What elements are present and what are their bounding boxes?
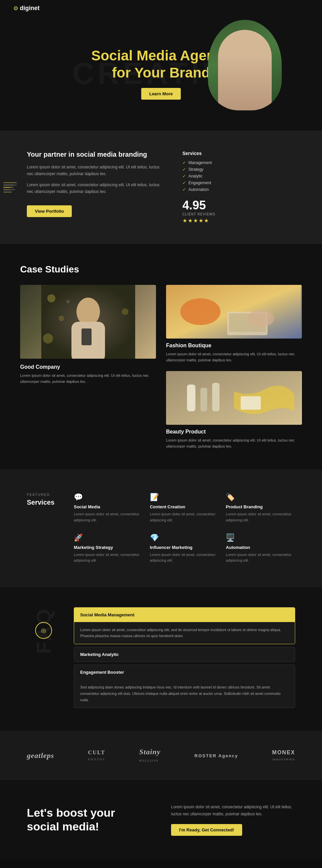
portfolio-button[interactable]: View Portfolio <box>27 205 72 217</box>
list-item: ✓Automation <box>183 186 295 193</box>
check-icon: ✓ <box>183 181 186 185</box>
case-img-person <box>20 285 156 359</box>
service-desc-2: Lorem ipsum dolor sit amet, consectetur … <box>226 512 295 523</box>
case-img-beauty <box>166 371 302 425</box>
hero-section: CREATIVE Social Media Agency for Your Br… <box>0 17 322 130</box>
about-para2: Lorem ipsum dolor sit amet, consectetur … <box>27 182 162 195</box>
case-desc-2: Lorem ipsum dolor sit amet, consectetur … <box>166 437 302 449</box>
check-icon: ✓ <box>183 187 186 192</box>
service-name-4: Influencer Marketing <box>150 545 219 550</box>
brand-logo-1: CULT PHOTOS <box>88 750 105 762</box>
list-item: ✓Management <box>183 159 295 166</box>
case-image-0 <box>20 285 156 359</box>
cta-section: Let's boost your social media! Lorem ips… <box>0 780 322 859</box>
service-name-0: Social Media <box>74 504 143 509</box>
svg-point-4 <box>66 300 70 303</box>
cta-body: Lorem ipsum dolor sit amet, consectetur … <box>171 804 295 817</box>
check-icon: ✓ <box>183 167 186 172</box>
faq-body-0: Lorem ipsum dolor sit amet, consectetur … <box>74 622 295 644</box>
service-name-3: Marketing Strategy <box>74 545 143 550</box>
faq-section: FAQ ◎ Social Media Management Lorem ipsu… <box>0 587 322 731</box>
brand-logo-3: ROSTER Agency <box>195 752 238 758</box>
svg-rect-17 <box>212 383 220 411</box>
footer: ⊙ diginet 📍 Amphitheatre Parkway, Mounta… <box>0 859 322 868</box>
about-para1: Lorem ipsum dolor sit amet, consectetur … <box>27 164 162 178</box>
cta-right: Lorem ipsum dolor sit amet, consectetur … <box>171 804 295 836</box>
rating-label: CLIENT REVIEWS <box>183 212 215 216</box>
service-item-4: 💎 Influencer Marketing Lorem ipsum dolor… <box>150 533 219 564</box>
case-right-col: Fashion Boutique Lorem ipsum dolor sit a… <box>166 285 302 449</box>
brand-logo-2: Stainy MAGAZINE <box>139 748 160 763</box>
faq-item-0[interactable]: Social Media Management Lorem ipsum dolo… <box>74 607 295 644</box>
hero-figure <box>208 20 282 120</box>
about-heading: Your partner in social media branding <box>27 151 162 158</box>
faq-header-2[interactable]: Engagement Booster <box>74 665 295 679</box>
deco-line-r3 <box>3 189 10 190</box>
case-grid: Good Company Lorem ipsum dolor sit amet,… <box>20 285 302 449</box>
case-image-1 <box>166 285 302 339</box>
services-label-col: FEATURED Services <box>27 493 60 563</box>
rating-number: 4.95 <box>183 198 206 212</box>
content-creation-icon: 📝 <box>150 493 219 502</box>
svg-point-13 <box>248 310 275 327</box>
cta-heading: Let's boost your social media! <box>27 806 151 833</box>
social-media-icon: 💬 <box>74 493 143 502</box>
brand-logo-0: geatleps <box>27 751 54 760</box>
service-name-1: Content Creation <box>150 504 219 509</box>
case-desc-0: Lorem ipsum dolor sit amet, consectetur … <box>20 373 156 384</box>
hero-person-silhouette <box>218 30 272 111</box>
hero-cta-button[interactable]: Learn More <box>141 88 181 100</box>
brand-logo[interactable]: ⊙ diginet <box>13 5 40 12</box>
cta-button[interactable]: I'm Ready, Get Connected! <box>171 824 242 836</box>
service-desc-3: Lorem ipsum dolor sit amet, consectetur … <box>74 552 143 564</box>
service-item-1: 📝 Content Creation Lorem ipsum dolor sit… <box>150 493 219 523</box>
check-icon: ✓ <box>183 160 186 165</box>
logo-icon: ⊙ <box>13 5 18 11</box>
svg-point-2 <box>59 316 64 321</box>
product-branding-icon: 🏷️ <box>226 493 295 502</box>
service-name-5: Automation <box>226 545 295 550</box>
about-section: Your partner in social media branding Lo… <box>0 130 322 244</box>
list-item: ✓Strategy <box>183 166 295 173</box>
case-title-0: Good Company <box>20 364 156 370</box>
influencer-marketing-icon: 💎 <box>150 533 219 542</box>
faq-header-0[interactable]: Social Media Management <box>74 608 295 622</box>
target-icon: ◎ <box>41 627 46 634</box>
cta-left: Let's boost your social media! <box>27 806 151 833</box>
services-list: ✓Management ✓Strategy ✓Analytic ✓Engagem… <box>183 159 295 193</box>
faq-item-1[interactable]: Marketing Analytic <box>74 647 295 662</box>
faq-header-1[interactable]: Marketing Analytic <box>74 647 295 662</box>
svg-point-12 <box>181 298 221 325</box>
case-img-fashion <box>166 285 302 339</box>
case-title-2: Beauty Product <box>166 429 302 435</box>
svg-rect-18 <box>241 396 261 410</box>
faq-left: FAQ ◎ <box>27 607 60 654</box>
svg-point-3 <box>43 334 53 344</box>
case-studies-section: Case Studies <box>0 244 322 469</box>
list-item: ✓Engagement <box>183 180 295 186</box>
service-item-2: 🏷️ Product Branding Lorem ipsum dolor si… <box>226 493 295 523</box>
check-icon: ✓ <box>183 174 186 179</box>
navbar: ⊙ diginet <box>0 0 322 17</box>
case-desc-1: Lorem ipsum dolor sit amet, consectetur … <box>166 351 302 363</box>
faq-accordion: Social Media Management Lorem ipsum dolo… <box>74 607 295 711</box>
service-item-0: 💬 Social Media Lorem ipsum dolor sit ame… <box>74 493 143 523</box>
brands-section: geatleps CULT PHOTOS Stainy MAGAZINE ROS… <box>0 731 322 780</box>
faq-circle-icon: ◎ <box>35 622 52 639</box>
brand-name: diginet <box>20 5 40 12</box>
rating-stars: ★★★★★ <box>183 217 209 224</box>
case-title-1: Fashion Boutique <box>166 343 302 349</box>
decorative-lines-right <box>0 130 17 244</box>
faq-body-2: Sed adipiscing diam donec adipiscing tri… <box>74 679 295 708</box>
service-desc-5: Lorem ipsum dolor sit amet, consectetur … <box>226 552 295 564</box>
case-studies-heading: Case Studies <box>20 264 302 275</box>
service-item-3: 🚀 Marketing Strategy Lorem ipsum dolor s… <box>74 533 143 564</box>
service-name-2: Product Branding <box>226 504 295 509</box>
hero-blob <box>208 20 282 111</box>
faq-item-2[interactable]: Engagement Booster Sed adipiscing diam d… <box>74 665 295 708</box>
svg-point-1 <box>47 294 55 302</box>
rating-block: 4.95 CLIENT REVIEWS ★★★★★ <box>183 198 295 224</box>
marketing-strategy-icon: 🚀 <box>74 533 143 542</box>
featured-label: FEATURED <box>27 493 60 497</box>
brand-logo-4: MONEX INDUSTRIES <box>272 750 295 762</box>
